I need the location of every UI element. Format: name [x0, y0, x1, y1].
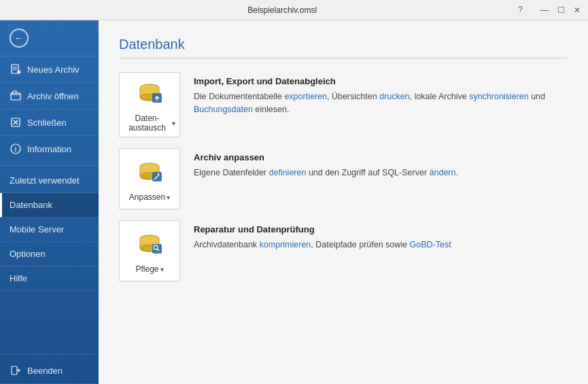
info-icon: i [10, 143, 22, 155]
sidebar-item-neues-archiv[interactable]: Neues Archiv [0, 56, 99, 83]
link-synchronisieren[interactable]: synchronisieren [469, 92, 529, 101]
sidebar: ← Neues Archiv Archiv öffnen Schließen i [0, 20, 99, 384]
pflege-icon [133, 229, 166, 262]
sidebar-label-datenbank: Datenbank [10, 200, 52, 210]
minimize-button[interactable]: — [539, 5, 550, 16]
sidebar-label-information: Information [27, 144, 71, 154]
link-aendern[interactable]: ändern [430, 168, 456, 177]
card-anpassen: Anpassen ▾ Archiv anpassen Eigene Datenf… [119, 148, 568, 209]
link-drucken[interactable]: drucken [379, 92, 409, 101]
main-container: ← Neues Archiv Archiv öffnen Schließen i [0, 20, 588, 384]
sidebar-item-information[interactable]: i Information [0, 136, 99, 162]
close-archive-icon [10, 116, 22, 128]
datenaustausch-desc: Die Dokumententabelle exportieren, Übers… [194, 90, 568, 116]
svg-rect-11 [12, 366, 17, 374]
sidebar-item-schliessen[interactable]: Schließen [0, 109, 99, 136]
titlebar-controls: ? — ☐ ✕ [518, 5, 583, 16]
titlebar-title: Beispielarchiv.omsl [46, 5, 518, 15]
anpassen-icon [133, 157, 166, 190]
anpassen-label: Anpassen ▾ [129, 192, 170, 202]
sidebar-label-schliessen: Schließen [27, 118, 67, 128]
svg-text:i: i [15, 146, 17, 153]
sidebar-label-optionen: Optionen [10, 249, 46, 259]
link-buchungsdaten[interactable]: Buchungsdaten [194, 105, 253, 114]
anpassen-dropdown-arrow: ▾ [167, 194, 170, 201]
back-icon: ← [10, 29, 29, 48]
sidebar-divider-1 [0, 165, 99, 166]
anpassen-title: Archiv anpassen [194, 152, 568, 162]
pflege-button[interactable]: Pflege ▾ [119, 220, 180, 281]
content-area: Datenbank Date [99, 20, 588, 384]
anpassen-button[interactable]: Anpassen ▾ [119, 148, 180, 209]
sidebar-item-optionen[interactable]: Optionen [0, 242, 99, 266]
pflege-label: Pflege ▾ [135, 264, 163, 274]
svg-line-21 [154, 179, 155, 179]
sidebar-label-beenden: Beenden [27, 366, 63, 376]
sidebar-label-hilfe: Hilfe [10, 273, 27, 283]
pflege-title: Reparatur und Datenprüfung [194, 224, 568, 234]
sidebar-label-archiv-oeffnen: Archiv öffnen [27, 91, 79, 101]
open-archive-icon [10, 90, 22, 102]
page-title: Datenbank [119, 37, 568, 52]
close-button[interactable]: ✕ [572, 5, 583, 16]
link-definieren[interactable]: definieren [269, 168, 307, 177]
help-button[interactable]: ? [518, 5, 523, 16]
sidebar-item-mobile-server[interactable]: Mobile Server [0, 217, 99, 242]
maximize-button[interactable]: ☐ [555, 5, 566, 16]
datenaustausch-text: Import, Export und Datenabgleich Die Dok… [194, 72, 568, 116]
link-komprimieren[interactable]: komprimieren [260, 240, 311, 249]
datenaustausch-dropdown-arrow: ▾ [172, 120, 175, 127]
back-button[interactable]: ← [0, 20, 99, 56]
card-datenaustausch: Daten­austausch ▾ Import, Export und Dat… [119, 72, 568, 137]
card-pflege: Pflege ▾ Reparatur und Datenprüfung Arch… [119, 220, 568, 281]
sidebar-label-mobile-server: Mobile Server [10, 224, 64, 234]
sidebar-item-zuletzt-verwendet[interactable]: Zuletzt verwendet [0, 169, 99, 193]
sidebar-label-neues-archiv: Neues Archiv [27, 65, 80, 75]
sidebar-item-beenden[interactable]: Beenden [0, 357, 99, 384]
titlebar: Beispielarchiv.omsl ? — ☐ ✕ [0, 0, 588, 20]
sidebar-item-datenbank[interactable]: Datenbank [0, 193, 99, 217]
sidebar-item-hilfe[interactable]: Hilfe [0, 266, 99, 291]
anpassen-text: Archiv anpassen Eigene Datenfelder defin… [194, 148, 568, 179]
sidebar-item-archiv-oeffnen[interactable]: Archiv öffnen [0, 83, 99, 109]
exit-icon [10, 364, 22, 377]
sidebar-bottom: Beenden [0, 351, 99, 384]
datenaustausch-label: Daten­austausch ▾ [124, 114, 175, 133]
anpassen-desc: Eigene Datenfelder definieren und den Zu… [194, 167, 568, 179]
new-archive-icon [10, 63, 22, 75]
pflege-dropdown-arrow: ▾ [160, 266, 164, 273]
pflege-text: Reparatur und Datenprüfung Archivdatenba… [194, 220, 568, 251]
sidebar-label-zuletzt-verwendet: Zuletzt verwendet [10, 175, 80, 186]
pflege-desc: Archivdatenbank komprimieren, Dateipfade… [194, 239, 568, 251]
link-gobd-test[interactable]: GoBD-Test [410, 240, 451, 249]
datenaustausch-title: Import, Export und Datenabgleich [194, 76, 568, 86]
sidebar-divider-2 [0, 354, 99, 355]
datenaustausch-button[interactable]: Daten­austausch ▾ [119, 72, 180, 137]
link-exportieren[interactable]: exportieren [284, 92, 327, 101]
content-divider [119, 58, 568, 58]
datenaustausch-icon [133, 78, 166, 111]
